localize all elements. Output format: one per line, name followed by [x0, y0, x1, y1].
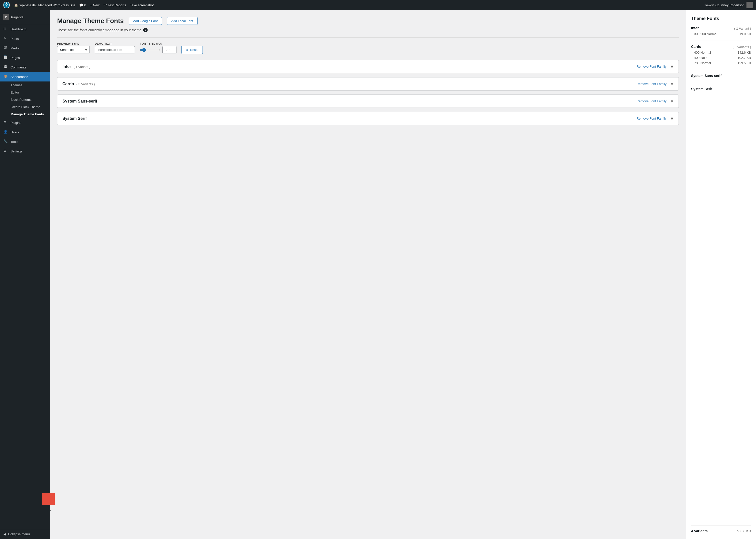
sidebar-item-label: Dashboard: [11, 27, 27, 31]
sidebar-item-settings[interactable]: ⚙ Settings: [0, 146, 50, 156]
submenu-item-create-block-theme[interactable]: Create Block Theme: [0, 103, 50, 111]
sidebar-item-label: Media: [11, 46, 19, 50]
sidebar-item-label: Pages: [11, 56, 20, 60]
sidebar-item-dashboard[interactable]: ⊞ Dashboard: [0, 24, 50, 34]
sidebar-item-posts[interactable]: ✎ Posts: [0, 34, 50, 43]
house-icon: 🏠: [14, 3, 18, 7]
avatar: [746, 2, 753, 8]
sidebar-font-system-serif: System Serif: [691, 86, 751, 92]
theme-fonts-sidebar: Theme Fonts Inter ( 1 Variant ) 300 900 …: [686, 10, 756, 539]
font-size-input[interactable]: [162, 46, 177, 53]
sidebar-font-cardo: Cardo ( 3 Variants ) 400 Normal 142.6 KB…: [691, 44, 751, 66]
font-name-system-sans: System Sans-serif: [62, 99, 97, 104]
submenu-item-themes[interactable]: Themes: [0, 81, 50, 89]
font-card-inter: Inter ( 1 Variant ) Remove Font Family ∨: [57, 60, 679, 73]
sidebar-item-label: Users: [11, 130, 19, 134]
settings-icon: ⚙: [4, 149, 8, 153]
users-icon: 👤: [4, 130, 8, 134]
font-actions-system-sans: Remove Font Family ∨: [637, 99, 674, 104]
page-description: These are the fonts currently embedded i…: [57, 28, 679, 32]
sidebar-item-label: Posts: [11, 37, 19, 40]
reset-button[interactable]: ↺ Reset: [182, 45, 203, 54]
remove-font-system-serif-button[interactable]: Remove Font Family: [637, 116, 666, 120]
user-info[interactable]: Howdy, Courtney Robertson: [704, 2, 753, 8]
sidebar-item-users[interactable]: 👤 Users: [0, 127, 50, 137]
demo-text-control: DEMO TEXT: [95, 42, 135, 53]
font-size-slider[interactable]: [140, 48, 160, 52]
font-card-system-serif-header[interactable]: System Serif Remove Font Family ∨: [57, 112, 679, 125]
comments-link[interactable]: 💬 0: [79, 3, 86, 7]
comments-menu-icon: 💬: [4, 65, 8, 69]
site-name-link[interactable]: 🏠 wp-beta.dev Managed WordPress Site: [14, 3, 75, 7]
sidebar-cardo-variant-0: 400 Normal 142.6 KB: [691, 50, 751, 55]
submenu-item-block-patterns[interactable]: Block Patterns: [0, 96, 50, 103]
font-card-cardo-header[interactable]: Cardo ( 3 Variants ) Remove Font Family …: [57, 77, 679, 90]
test-reports-icon: 🛡: [104, 3, 107, 7]
font-card-inter-header[interactable]: Inter ( 1 Variant ) Remove Font Family ∨: [57, 60, 679, 73]
add-google-font-button[interactable]: Add Google Font: [129, 17, 162, 25]
preview-type-label: PREVIEW TYPE: [57, 42, 90, 45]
sidebar-cardo-variant-2: 700 Normal 129.5 KB: [691, 60, 751, 66]
appearance-icon: 🎨: [4, 74, 8, 79]
submenu-label: Create Block Theme: [11, 105, 40, 109]
collapse-label: Collapse menu: [8, 532, 30, 536]
font-name-system-serif: System Serif: [62, 116, 87, 121]
submenu-item-manage-theme-fonts[interactable]: Manage Theme Fonts: [0, 111, 50, 118]
chevron-down-icon-system-sans[interactable]: ∨: [670, 99, 674, 104]
take-screenshot-link[interactable]: Take screenshot: [130, 3, 154, 7]
remove-font-cardo-button[interactable]: Remove Font Family: [637, 82, 666, 86]
page-header: Manage Theme Fonts Add Google Font Add L…: [57, 17, 679, 25]
reset-icon: ↺: [186, 48, 189, 52]
font-name-inter: Inter ( 1 Variant ): [62, 64, 90, 69]
demo-text-input[interactable]: [95, 46, 135, 53]
font-size-control: FONT SIZE (PX): [140, 42, 177, 53]
sidebar-divider-1: [691, 40, 751, 41]
demo-text-label: DEMO TEXT: [95, 42, 135, 45]
remove-font-inter-button[interactable]: Remove Font Family: [637, 65, 666, 68]
sidebar-item-pages[interactable]: 📄 Pages: [0, 53, 50, 62]
pages-icon: 📄: [4, 55, 8, 60]
dashboard-icon: ⊞: [4, 27, 8, 31]
font-actions-inter: Remove Font Family ∨: [637, 64, 674, 69]
chevron-down-icon-system-serif[interactable]: ∨: [670, 116, 674, 121]
new-link[interactable]: + New: [90, 3, 100, 7]
test-reports-link[interactable]: 🛡 Test Reports: [104, 3, 126, 7]
sidebar-font-system-sans: System Sans-serif: [691, 73, 751, 79]
font-card-system-sans-header[interactable]: System Sans-serif Remove Font Family ∨: [57, 95, 679, 108]
chevron-down-icon-cardo[interactable]: ∨: [670, 81, 674, 86]
info-icon[interactable]: i: [143, 28, 148, 32]
brand-item[interactable]: P Pagely®: [0, 10, 50, 24]
sidebar-title: Theme Fonts: [691, 16, 751, 21]
plugins-icon: ⚙: [4, 120, 8, 125]
sidebar-item-tools[interactable]: 🔧 Tools: [0, 137, 50, 146]
font-card-system-serif: System Serif Remove Font Family ∨: [57, 112, 679, 125]
sidebar-item-plugins[interactable]: ⚙ Plugins: [0, 118, 50, 127]
chevron-down-icon-inter[interactable]: ∨: [670, 64, 674, 69]
sidebar-font-inter: Inter ( 1 Variant ) 300 900 Normal 319.0…: [691, 25, 751, 37]
wp-logo-icon[interactable]: [3, 2, 10, 9]
sidebar-item-label: Comments: [11, 65, 26, 69]
font-size-label: FONT SIZE (PX): [140, 42, 177, 45]
brand-icon: P: [3, 14, 9, 20]
submenu-label: Themes: [11, 83, 22, 87]
font-name-cardo: Cardo ( 3 Variants ): [62, 82, 95, 86]
sidebar-item-comments[interactable]: 💬 Comments: [0, 62, 50, 72]
sidebar-item-label: Plugins: [11, 121, 21, 124]
collapse-icon: ◀: [4, 532, 6, 536]
remove-font-system-sans-button[interactable]: Remove Font Family: [637, 99, 666, 103]
admin-bar: 🏠 wp-beta.dev Managed WordPress Site 💬 0…: [0, 0, 756, 10]
total-size-label: 693.8 KB: [736, 529, 751, 533]
main-content: Manage Theme Fonts Add Google Font Add L…: [50, 10, 686, 539]
page-title: Manage Theme Fonts: [57, 17, 124, 25]
add-local-font-button[interactable]: Add Local Font: [167, 17, 197, 25]
submenu-label: Block Patterns: [11, 98, 32, 102]
sidebar-item-media[interactable]: 🖼 Media: [0, 43, 50, 53]
tools-icon: 🔧: [4, 139, 8, 144]
font-actions-cardo: Remove Font Family ∨: [637, 81, 674, 86]
preview-type-select[interactable]: Sentence Alphabet Custom: [57, 46, 90, 53]
collapse-menu-button[interactable]: ◀ Collapse menu: [0, 529, 50, 539]
controls-row: PREVIEW TYPE Sentence Alphabet Custom DE…: [57, 41, 679, 54]
submenu-item-editor[interactable]: Editor: [0, 89, 50, 96]
sidebar-item-appearance[interactable]: 🎨 Appearance: [0, 72, 50, 81]
sidebar: P Pagely® ⊞ Dashboard ✎ Posts 🖼 Media 📄 …: [0, 10, 50, 539]
